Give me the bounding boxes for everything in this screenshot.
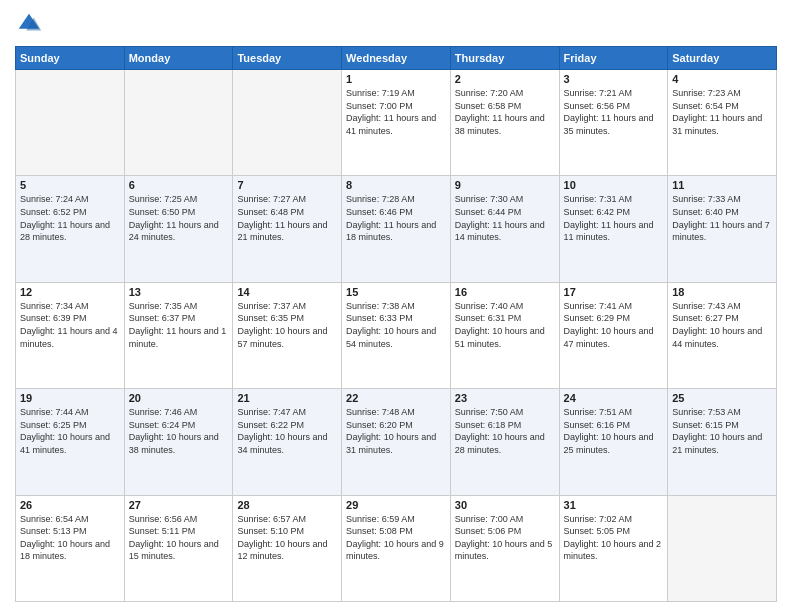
logo: [15, 10, 45, 38]
day-number: 26: [20, 499, 120, 511]
day-number: 20: [129, 392, 229, 404]
day-info: Sunrise: 6:54 AM Sunset: 5:13 PM Dayligh…: [20, 513, 120, 563]
calendar-table: SundayMondayTuesdayWednesdayThursdayFrid…: [15, 46, 777, 602]
day-info: Sunrise: 6:56 AM Sunset: 5:11 PM Dayligh…: [129, 513, 229, 563]
day-number: 1: [346, 73, 446, 85]
calendar-cell: 20Sunrise: 7:46 AM Sunset: 6:24 PM Dayli…: [124, 389, 233, 495]
day-number: 24: [564, 392, 664, 404]
day-info: Sunrise: 7:19 AM Sunset: 7:00 PM Dayligh…: [346, 87, 446, 137]
day-info: Sunrise: 6:59 AM Sunset: 5:08 PM Dayligh…: [346, 513, 446, 563]
calendar-cell: 12Sunrise: 7:34 AM Sunset: 6:39 PM Dayli…: [16, 282, 125, 388]
calendar-cell: 22Sunrise: 7:48 AM Sunset: 6:20 PM Dayli…: [342, 389, 451, 495]
day-info: Sunrise: 7:24 AM Sunset: 6:52 PM Dayligh…: [20, 193, 120, 243]
day-number: 25: [672, 392, 772, 404]
weekday-header-tuesday: Tuesday: [233, 47, 342, 70]
day-info: Sunrise: 7:44 AM Sunset: 6:25 PM Dayligh…: [20, 406, 120, 456]
calendar-cell: 6Sunrise: 7:25 AM Sunset: 6:50 PM Daylig…: [124, 176, 233, 282]
calendar-cell: 2Sunrise: 7:20 AM Sunset: 6:58 PM Daylig…: [450, 70, 559, 176]
calendar-cell: [16, 70, 125, 176]
day-number: 9: [455, 179, 555, 191]
calendar-cell: 17Sunrise: 7:41 AM Sunset: 6:29 PM Dayli…: [559, 282, 668, 388]
calendar-cell: [233, 70, 342, 176]
weekday-header-wednesday: Wednesday: [342, 47, 451, 70]
day-number: 4: [672, 73, 772, 85]
calendar-cell: [668, 495, 777, 601]
weekday-header-saturday: Saturday: [668, 47, 777, 70]
calendar-cell: 10Sunrise: 7:31 AM Sunset: 6:42 PM Dayli…: [559, 176, 668, 282]
calendar-cell: 29Sunrise: 6:59 AM Sunset: 5:08 PM Dayli…: [342, 495, 451, 601]
day-number: 28: [237, 499, 337, 511]
page: SundayMondayTuesdayWednesdayThursdayFrid…: [0, 0, 792, 612]
calendar-cell: 31Sunrise: 7:02 AM Sunset: 5:05 PM Dayli…: [559, 495, 668, 601]
weekday-header-thursday: Thursday: [450, 47, 559, 70]
day-info: Sunrise: 7:53 AM Sunset: 6:15 PM Dayligh…: [672, 406, 772, 456]
day-info: Sunrise: 7:28 AM Sunset: 6:46 PM Dayligh…: [346, 193, 446, 243]
calendar-cell: 8Sunrise: 7:28 AM Sunset: 6:46 PM Daylig…: [342, 176, 451, 282]
calendar-cell: 21Sunrise: 7:47 AM Sunset: 6:22 PM Dayli…: [233, 389, 342, 495]
day-number: 13: [129, 286, 229, 298]
day-number: 2: [455, 73, 555, 85]
week-row-4: 19Sunrise: 7:44 AM Sunset: 6:25 PM Dayli…: [16, 389, 777, 495]
calendar-cell: 30Sunrise: 7:00 AM Sunset: 5:06 PM Dayli…: [450, 495, 559, 601]
calendar-cell: 9Sunrise: 7:30 AM Sunset: 6:44 PM Daylig…: [450, 176, 559, 282]
weekday-header-row: SundayMondayTuesdayWednesdayThursdayFrid…: [16, 47, 777, 70]
calendar-cell: 14Sunrise: 7:37 AM Sunset: 6:35 PM Dayli…: [233, 282, 342, 388]
calendar-cell: 28Sunrise: 6:57 AM Sunset: 5:10 PM Dayli…: [233, 495, 342, 601]
calendar-cell: 7Sunrise: 7:27 AM Sunset: 6:48 PM Daylig…: [233, 176, 342, 282]
day-info: Sunrise: 7:02 AM Sunset: 5:05 PM Dayligh…: [564, 513, 664, 563]
day-number: 10: [564, 179, 664, 191]
day-info: Sunrise: 7:27 AM Sunset: 6:48 PM Dayligh…: [237, 193, 337, 243]
day-number: 15: [346, 286, 446, 298]
day-info: Sunrise: 7:38 AM Sunset: 6:33 PM Dayligh…: [346, 300, 446, 350]
day-info: Sunrise: 7:31 AM Sunset: 6:42 PM Dayligh…: [564, 193, 664, 243]
day-info: Sunrise: 7:33 AM Sunset: 6:40 PM Dayligh…: [672, 193, 772, 243]
calendar-cell: 24Sunrise: 7:51 AM Sunset: 6:16 PM Dayli…: [559, 389, 668, 495]
calendar-cell: 4Sunrise: 7:23 AM Sunset: 6:54 PM Daylig…: [668, 70, 777, 176]
day-info: Sunrise: 7:50 AM Sunset: 6:18 PM Dayligh…: [455, 406, 555, 456]
day-number: 27: [129, 499, 229, 511]
day-number: 29: [346, 499, 446, 511]
calendar-cell: 16Sunrise: 7:40 AM Sunset: 6:31 PM Dayli…: [450, 282, 559, 388]
day-info: Sunrise: 7:30 AM Sunset: 6:44 PM Dayligh…: [455, 193, 555, 243]
calendar-cell: 5Sunrise: 7:24 AM Sunset: 6:52 PM Daylig…: [16, 176, 125, 282]
weekday-header-sunday: Sunday: [16, 47, 125, 70]
weekday-header-friday: Friday: [559, 47, 668, 70]
day-number: 6: [129, 179, 229, 191]
calendar-cell: 3Sunrise: 7:21 AM Sunset: 6:56 PM Daylig…: [559, 70, 668, 176]
day-number: 19: [20, 392, 120, 404]
calendar-cell: [124, 70, 233, 176]
day-number: 5: [20, 179, 120, 191]
day-number: 21: [237, 392, 337, 404]
day-info: Sunrise: 6:57 AM Sunset: 5:10 PM Dayligh…: [237, 513, 337, 563]
calendar-cell: 1Sunrise: 7:19 AM Sunset: 7:00 PM Daylig…: [342, 70, 451, 176]
week-row-3: 12Sunrise: 7:34 AM Sunset: 6:39 PM Dayli…: [16, 282, 777, 388]
day-number: 8: [346, 179, 446, 191]
day-info: Sunrise: 7:51 AM Sunset: 6:16 PM Dayligh…: [564, 406, 664, 456]
day-number: 14: [237, 286, 337, 298]
day-info: Sunrise: 7:46 AM Sunset: 6:24 PM Dayligh…: [129, 406, 229, 456]
week-row-5: 26Sunrise: 6:54 AM Sunset: 5:13 PM Dayli…: [16, 495, 777, 601]
day-number: 17: [564, 286, 664, 298]
calendar-cell: 19Sunrise: 7:44 AM Sunset: 6:25 PM Dayli…: [16, 389, 125, 495]
week-row-1: 1Sunrise: 7:19 AM Sunset: 7:00 PM Daylig…: [16, 70, 777, 176]
day-info: Sunrise: 7:35 AM Sunset: 6:37 PM Dayligh…: [129, 300, 229, 350]
day-info: Sunrise: 7:43 AM Sunset: 6:27 PM Dayligh…: [672, 300, 772, 350]
calendar-cell: 25Sunrise: 7:53 AM Sunset: 6:15 PM Dayli…: [668, 389, 777, 495]
calendar-cell: 11Sunrise: 7:33 AM Sunset: 6:40 PM Dayli…: [668, 176, 777, 282]
day-info: Sunrise: 7:48 AM Sunset: 6:20 PM Dayligh…: [346, 406, 446, 456]
day-info: Sunrise: 7:37 AM Sunset: 6:35 PM Dayligh…: [237, 300, 337, 350]
calendar-cell: 15Sunrise: 7:38 AM Sunset: 6:33 PM Dayli…: [342, 282, 451, 388]
calendar-cell: 27Sunrise: 6:56 AM Sunset: 5:11 PM Dayli…: [124, 495, 233, 601]
header: [15, 10, 777, 38]
day-number: 18: [672, 286, 772, 298]
day-number: 12: [20, 286, 120, 298]
day-info: Sunrise: 7:21 AM Sunset: 6:56 PM Dayligh…: [564, 87, 664, 137]
day-info: Sunrise: 7:23 AM Sunset: 6:54 PM Dayligh…: [672, 87, 772, 137]
calendar-cell: 18Sunrise: 7:43 AM Sunset: 6:27 PM Dayli…: [668, 282, 777, 388]
day-number: 23: [455, 392, 555, 404]
day-number: 16: [455, 286, 555, 298]
logo-icon: [15, 10, 43, 38]
day-number: 30: [455, 499, 555, 511]
day-number: 31: [564, 499, 664, 511]
day-info: Sunrise: 7:25 AM Sunset: 6:50 PM Dayligh…: [129, 193, 229, 243]
